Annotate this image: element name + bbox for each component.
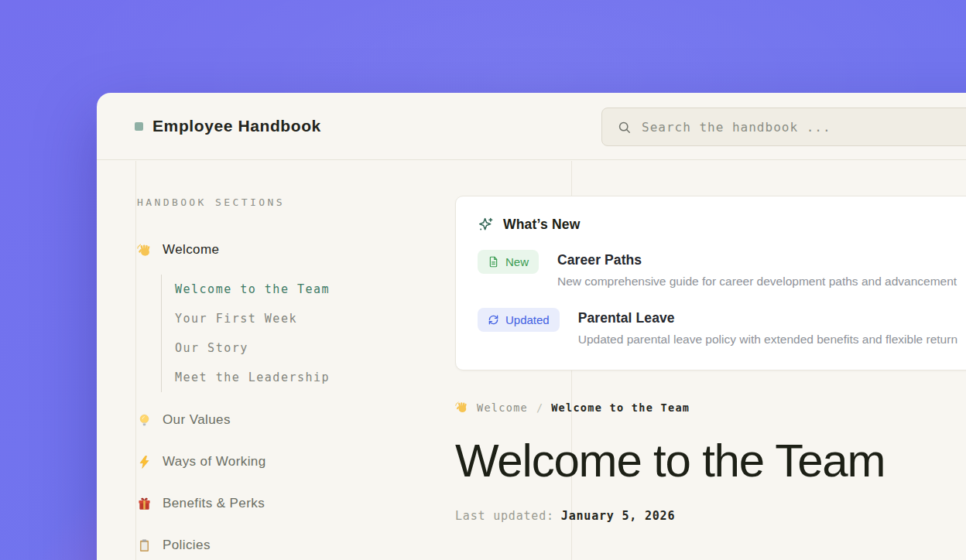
sidebar-item-benefits-perks[interactable]: Benefits & Perks [137, 494, 462, 513]
whats-new-item-description: New comprehensive guide for career devel… [557, 275, 957, 289]
sidebar-item-label: Benefits & Perks [163, 496, 265, 511]
whats-new-item-body: Parental Leave Updated parental leave po… [578, 310, 957, 347]
file-icon [488, 256, 499, 268]
sidebar-heading: HANDBOOK SECTIONS [137, 196, 462, 208]
clipboard-icon [137, 538, 152, 553]
breadcrumb: Welcome / Welcome to the Team [455, 401, 966, 414]
breadcrumb-current: Welcome to the Team [551, 401, 690, 414]
sidebar-item-label: Ways of Working [163, 454, 266, 470]
sidebar-item-label: Policies [163, 538, 211, 553]
whats-new-item-body: Career Paths New comprehensive guide for… [557, 252, 957, 289]
app-body: HANDBOOK SECTIONS [97, 161, 966, 560]
last-updated-label: Last updated: [455, 509, 554, 523]
refresh-icon [488, 314, 499, 326]
desktop-background: { "app": { "title": "Employee Handbook" … [0, 0, 966, 560]
app-title: Employee Handbook [152, 117, 321, 135]
whats-new-item-description: Updated parental leave policy with exten… [578, 333, 957, 347]
whats-new-header: What’s New [478, 217, 966, 233]
last-updated: Last updated:January 5, 2026 [455, 509, 966, 523]
badge-updated: Updated [478, 308, 560, 332]
whats-new-card: What’s New New Career Paths New comprehe… [455, 196, 966, 370]
app-logo-icon [135, 122, 143, 131]
sparkles-icon [478, 217, 494, 233]
page-title: Welcome to the Team [455, 434, 966, 487]
breadcrumb-section[interactable]: Welcome [477, 401, 528, 414]
search-input[interactable] [642, 120, 966, 135]
badge-label: Updated [505, 313, 550, 326]
sidebar-item-policies[interactable]: Policies [137, 536, 462, 555]
sidebar-item-label: Welcome [163, 242, 219, 258]
sidebar: HANDBOOK SECTIONS [137, 161, 462, 555]
search-icon [617, 120, 632, 135]
app-window: Employee Handbook HANDBOOK SECTIONS [97, 93, 966, 560]
whats-new-title: What’s New [503, 217, 581, 233]
whats-new-item-title: Career Paths [557, 252, 957, 268]
sidebar-subitem-your-first-week[interactable]: Your First Week [175, 304, 462, 333]
wave-icon [137, 243, 152, 258]
sidebar-subitem-meet-the-leadership[interactable]: Meet the Leadership [175, 363, 462, 392]
whats-new-item-title: Parental Leave [578, 310, 957, 326]
last-updated-value: January 5, 2026 [561, 509, 675, 523]
whats-new-item[interactable]: New Career Paths New comprehensive guide… [478, 252, 966, 289]
wave-icon [455, 401, 468, 414]
sidebar-nav: Welcome Welcome to the Team Your First W… [137, 241, 462, 555]
app-header: Employee Handbook [97, 93, 966, 160]
sidebar-subitem-our-story[interactable]: Our Story [175, 333, 462, 363]
badge-label: New [505, 255, 529, 268]
vertical-rule-left [135, 161, 136, 560]
sidebar-item-label: Our Values [163, 412, 231, 428]
sidebar-item-ways-of-working[interactable]: Ways of Working [137, 452, 462, 471]
gift-icon [137, 497, 152, 511]
sidebar-sublist-welcome: Welcome to the Team Your First Week Our … [161, 275, 462, 392]
breadcrumb-separator: / [536, 401, 543, 414]
search-box[interactable] [601, 108, 966, 146]
whats-new-item[interactable]: Updated Parental Leave Updated parental … [478, 310, 966, 347]
sidebar-item-our-values[interactable]: Our Values [137, 411, 462, 429]
bolt-icon [137, 455, 152, 470]
sidebar-subitem-welcome-to-the-team[interactable]: Welcome to the Team [175, 275, 462, 304]
badge-new: New [478, 250, 539, 274]
bulb-icon [137, 413, 152, 428]
main-content: What’s New New Career Paths New comprehe… [455, 161, 966, 523]
sidebar-item-welcome[interactable]: Welcome [137, 241, 462, 259]
